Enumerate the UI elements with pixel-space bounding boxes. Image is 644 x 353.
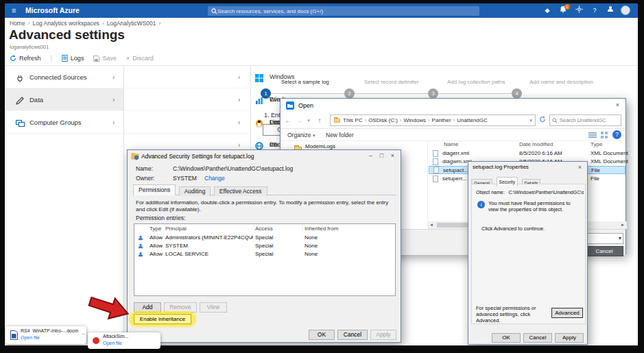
- breadcrumb-home[interactable]: Home: [10, 20, 25, 27]
- panel-item-linux-performance-counters[interactable]: Linux Performance Counters ›: [124, 111, 250, 134]
- explorer-nav-bar: ← → ▾ ↑ This PC› OSDisk (C:)› Windows› P…: [281, 112, 625, 129]
- forward-icon[interactable]: →: [294, 114, 304, 126]
- enable-inheritance-button[interactable]: Enable inheritance: [134, 314, 191, 324]
- wizard-step2-circle[interactable]: 2: [344, 88, 355, 99]
- crumb-this-pc[interactable]: This PC: [343, 117, 362, 123]
- apply-button[interactable]: Apply: [370, 330, 396, 340]
- explorer-search-box[interactable]: [549, 114, 621, 126]
- logs-icon: [62, 55, 68, 62]
- close-icon[interactable]: ×: [387, 151, 398, 160]
- crumb-unattendgc[interactable]: UnattendGC: [457, 117, 487, 123]
- view-button[interactable]: View: [200, 302, 227, 313]
- crumb-osdisk[interactable]: OSDisk (C:): [368, 117, 398, 123]
- col-inherited[interactable]: Inherited from: [305, 224, 373, 233]
- column-header-type[interactable]: Type: [591, 141, 602, 149]
- wizard-step3-circle[interactable]: 3: [428, 88, 438, 99]
- maximize-icon[interactable]: □: [377, 151, 387, 160]
- computer-groups-icon: [16, 118, 25, 130]
- wizard-step1-circle[interactable]: 1: [261, 88, 271, 99]
- ok-button[interactable]: OK: [492, 333, 521, 343]
- security-shield-icon: [131, 152, 139, 160]
- organize-button[interactable]: Organize ▾: [287, 129, 315, 142]
- minimize-icon[interactable]: –: [366, 151, 376, 160]
- azure-brand[interactable]: Microsoft Azure: [25, 3, 80, 18]
- permission-row-system[interactable]: Allow SYSTEM Special None: [134, 242, 395, 250]
- new-folder-button[interactable]: New folder: [326, 129, 354, 141]
- view-tiles-icon[interactable]: [601, 132, 608, 140]
- cancel-button[interactable]: Cancel: [523, 333, 552, 343]
- discard-button[interactable]: × Discard: [126, 55, 154, 62]
- explorer-search-input[interactable]: [560, 117, 619, 123]
- download-chip-2[interactable]: AttackSim... Open file: [88, 332, 160, 349]
- security-tab-page: Object name: C:\Windows\Panther\Unattend…: [471, 184, 586, 324]
- chevron-right-icon: ›: [28, 20, 30, 27]
- sidebar-item-connected-sources[interactable]: Connected Sources ›: [5, 66, 123, 88]
- close-icon[interactable]: ×: [575, 163, 585, 172]
- cancel-button[interactable]: Cancel: [337, 330, 368, 340]
- copilot-icon[interactable]: ◆: [542, 5, 553, 16]
- permission-row-administrators[interactable]: Allow Administrators (MININT-E22P4CQ\Adm…: [134, 234, 395, 242]
- column-header-date[interactable]: Date modified: [519, 141, 553, 149]
- explorer-address-bar[interactable]: This PC› OSDisk (C:)› Windows› Panther› …: [330, 114, 536, 126]
- up-icon[interactable]: ↑: [315, 114, 324, 126]
- breadcrumb-workspace-name[interactable]: LogAnalyticWS001: [107, 20, 156, 27]
- tab-permissions[interactable]: Permissions: [133, 184, 176, 195]
- apply-button[interactable]: Apply: [555, 333, 584, 343]
- wizard-step4-circle[interactable]: 4: [512, 88, 522, 99]
- chevron-right-icon: ›: [112, 66, 115, 88]
- pencil-icon: [16, 95, 24, 108]
- file-row-diagerr[interactable]: diagerr.xml 8/5/2020 6:16 AM XML Documen…: [429, 149, 625, 158]
- view-list-icon[interactable]: [588, 132, 597, 140]
- ok-button[interactable]: OK: [309, 330, 335, 340]
- panel-item-windows-performance-counters[interactable]: Windows Performance Counters ›: [124, 88, 250, 111]
- tab-security[interactable]: Security: [497, 177, 518, 186]
- settings-gear-icon[interactable]: [573, 5, 584, 16]
- pane-divider: [427, 141, 428, 229]
- global-search-input[interactable]: [217, 8, 476, 14]
- save-button[interactable]: Save: [93, 55, 117, 62]
- col-access[interactable]: Access: [255, 224, 303, 233]
- scroll-left-icon[interactable]: ◄: [427, 221, 436, 229]
- crumb-windows[interactable]: Windows: [403, 117, 425, 123]
- back-icon[interactable]: ←: [283, 114, 293, 126]
- global-search-box[interactable]: [208, 6, 479, 16]
- col-principal[interactable]: Principal: [165, 224, 254, 233]
- col-type[interactable]: Type: [150, 224, 165, 233]
- sidebar-item-data[interactable]: Data ›: [5, 88, 123, 111]
- object-name-value: C:\Windows\Panther\UnattendGC\setupact.l…: [509, 190, 584, 195]
- panel-item-windows-event-logs[interactable]: Windows Event Logs ›: [124, 66, 250, 88]
- logs-button[interactable]: Logs: [62, 55, 84, 62]
- refresh-icon[interactable]: [538, 114, 547, 126]
- sidebar-item-computer-groups[interactable]: Computer Groups ›: [5, 111, 123, 134]
- account-avatar[interactable]: [621, 5, 630, 15]
- feedback-person-icon[interactable]: [605, 5, 616, 16]
- advanced-button[interactable]: Advanced: [551, 308, 583, 318]
- close-icon[interactable]: ×: [612, 101, 623, 110]
- tab-effective-access[interactable]: Effective Access: [214, 186, 267, 196]
- history-dropdown-icon[interactable]: ▾: [305, 114, 312, 126]
- notifications-bell-icon[interactable]: 1: [558, 5, 569, 16]
- open-file-link[interactable]: Open file: [21, 335, 40, 340]
- help-icon[interactable]: ?: [612, 130, 621, 139]
- download-chip-1[interactable]: RS4_WinATP-Intro-...docm Open file ···: [5, 326, 86, 344]
- scroll-right-icon[interactable]: ►: [619, 221, 627, 229]
- dropdown-caret-icon: ▾: [619, 234, 621, 243]
- breadcrumb-workspaces[interactable]: Log Analytics workspaces: [33, 20, 99, 27]
- crumb-panther[interactable]: Panther: [432, 117, 451, 123]
- open-dialog-cancel-button[interactable]: Cancel: [585, 246, 623, 256]
- open-file-link[interactable]: Open file: [103, 341, 122, 345]
- hamburger-menu-icon[interactable]: ≡: [12, 3, 16, 18]
- toolbar-separator: |: [51, 55, 52, 62]
- tab-auditing[interactable]: Auditing: [179, 186, 211, 196]
- refresh-button[interactable]: Refresh: [10, 55, 41, 62]
- help-icon[interactable]: ?: [589, 5, 600, 16]
- permission-row-local-service[interactable]: Allow LOCAL SERVICE Special None: [134, 250, 395, 258]
- chevron-right-icon: ›: [159, 20, 161, 27]
- command-bar: Refresh | Logs Save × Discard: [10, 53, 154, 64]
- change-owner-link[interactable]: Change: [204, 175, 225, 182]
- address-dropdown-icon[interactable]: ▾: [529, 118, 532, 123]
- wizard-step4-label: Add name and description: [529, 79, 593, 85]
- column-header-name[interactable]: Name: [444, 141, 458, 149]
- more-options-icon[interactable]: ···: [81, 331, 84, 337]
- chevron-right-icon: ›: [400, 117, 402, 123]
